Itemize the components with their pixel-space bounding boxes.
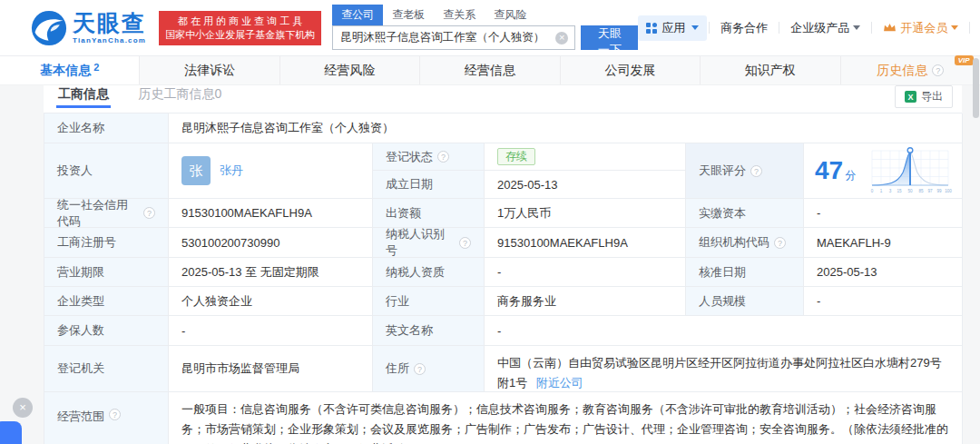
field-value-score: 47 分 [804, 143, 963, 199]
field-label-business-scope: 经营范围 ? [44, 392, 169, 444]
help-icon[interactable]: ? [437, 151, 449, 163]
tab-legal-litigation[interactable]: 法律诉讼 [140, 56, 279, 84]
subtab-business-info[interactable]: 工商信息 [56, 85, 111, 108]
chevron-down-icon [853, 25, 860, 30]
export-button[interactable]: X 导出 [895, 85, 953, 108]
floating-close-button[interactable]: × [13, 398, 33, 418]
tianyancha-logo-icon [31, 10, 67, 46]
svg-text:50: 50 [907, 189, 913, 193]
nav-enterprise-products[interactable]: 企业级产品 [779, 20, 871, 36]
field-value-approval-date: 2025-05-13 [804, 258, 963, 287]
field-value-industry: 商务服务业 [485, 287, 686, 316]
search-button[interactable]: 天眼一下 [581, 25, 638, 50]
field-value-reg-number: 530100200730990 [169, 228, 373, 258]
help-icon[interactable]: ? [750, 165, 762, 177]
search-area: 查公司 查老板 查关系 查风险 × 天眼一下 [332, 6, 638, 50]
help-icon[interactable]: ? [143, 207, 155, 219]
svg-text:97: 97 [927, 189, 933, 193]
search-tabs: 查公司 查老板 查关系 查风险 [332, 6, 638, 25]
field-label-company-name: 企业名称 [44, 113, 169, 143]
search-tab-relation[interactable]: 查关系 [434, 5, 485, 25]
svg-text:15: 15 [897, 189, 902, 193]
investor-link[interactable]: 张丹 [220, 163, 243, 179]
subtab-row: 工商信息 历史工商信息0 X 导出 [44, 85, 962, 113]
slogan-line1: 都 在 用 的 商 业 查 询 工 具 [165, 15, 315, 28]
tab-operation-risk[interactable]: 经营风险 [280, 56, 420, 84]
tianyancha-company-page: 天眼查 TianYanCha.com 都 在 用 的 商 业 查 询 工 具 国… [0, 0, 980, 444]
business-info-table: 企业名称 昆明沐熙子信息咨询工作室（个人独资） 投资人 张 张丹 登记状态 ? … [44, 113, 962, 444]
tab-company-development[interactable]: 公司发展 [561, 56, 701, 84]
field-label-taxpayer-id: 纳税人识别号 ? [373, 228, 485, 258]
svg-text:100: 100 [945, 189, 952, 193]
field-value-company-name: 昆明沐熙子信息咨询工作室（个人独资） [169, 113, 963, 143]
field-value-investor: 张 张丹 [169, 143, 373, 199]
investor-avatar[interactable]: 张 [181, 156, 211, 185]
help-icon[interactable]: ? [109, 409, 121, 420]
field-value-capital: 1万人民币 [485, 199, 686, 228]
field-label-reg-status: 登记状态 ? [373, 143, 485, 171]
logo-domain: TianYanCha.com [73, 37, 146, 44]
nearby-companies-link[interactable]: 附近公司 [536, 376, 583, 390]
apps-grid-icon [646, 23, 657, 34]
help-icon[interactable]: ? [932, 64, 944, 76]
svg-text:1: 1 [880, 189, 883, 193]
field-label-org-code: 组织机构代码 ? [686, 228, 804, 258]
nav-apps[interactable]: 应用 [638, 15, 707, 41]
search-box: × [332, 25, 575, 50]
field-label-taxpayer-quality: 纳税人资质 [373, 258, 485, 287]
svg-text:X: X [907, 93, 913, 102]
brand-slogan: 都 在 用 的 商 业 查 询 工 具 国家中小企业发展子基金旗下机构 [159, 11, 321, 45]
search-tab-company[interactable]: 查公司 [332, 5, 383, 25]
field-label-credit-code: 统一社会信用代码 ? [44, 199, 169, 228]
top-header: 天眼查 TianYanCha.com 都 在 用 的 商 业 查 询 工 具 国… [0, 0, 980, 56]
score-number: 47 [815, 158, 843, 183]
svg-text:85: 85 [918, 189, 924, 193]
header-nav: 应用 商务合作 企业级产品 开通会员 [638, 15, 980, 41]
slogan-line2: 国家中小企业发展子基金旗下机构 [165, 28, 315, 42]
search-tab-boss[interactable]: 查老板 [383, 5, 434, 25]
field-value-reg-status: 存续 [485, 143, 686, 171]
help-icon[interactable]: ? [414, 363, 426, 375]
field-value-address: 中国（云南）自由贸易试验区昆明片区经开区阿拉街道办事处阿拉社区白水塘村279号附… [485, 346, 963, 392]
help-icon[interactable]: ? [459, 237, 471, 249]
tab-operation-info[interactable]: 经营信息 [420, 56, 560, 84]
svg-text:0: 0 [871, 189, 874, 193]
clear-search-icon[interactable]: × [555, 32, 568, 44]
tab-history-info[interactable]: VIP 历史信息 ? [841, 56, 980, 84]
tab-intellectual-property[interactable]: 知识产权 [701, 56, 840, 84]
field-value-company-type: 个人独资企业 [169, 287, 373, 316]
field-label-capital: 出资额 [373, 199, 485, 228]
tianyancha-logo[interactable]: 天眼查 TianYanCha.com [31, 10, 146, 46]
business-info-card: 工商信息 历史工商信息0 X 导出 企业名称 昆明沐熙子信息咨询工作室（个人独资… [44, 85, 962, 444]
field-value-taxpayer-id: 91530100MAEKAFLH9A [485, 228, 686, 258]
field-value-taxpayer-quality: - [485, 258, 686, 287]
field-label-score: 天眼评分 ? [686, 143, 804, 199]
floating-widget[interactable] [0, 421, 22, 444]
excel-icon: X [905, 91, 916, 103]
crown-icon [883, 23, 897, 33]
field-value-business-term: 2025-05-13 至 无固定期限 [169, 258, 373, 287]
tab-basic-info[interactable]: 基本信息 2 [0, 56, 140, 84]
tab-basic-info-count: 2 [93, 62, 99, 73]
field-value-staff-size: - [804, 287, 963, 316]
help-icon[interactable]: ? [774, 237, 786, 249]
field-value-insured-count: - [169, 316, 373, 346]
field-label-english-name: 英文名称 [373, 316, 485, 346]
field-label-business-term: 营业期限 [44, 258, 169, 287]
page-scrollbar[interactable] [973, 58, 979, 118]
field-label-company-type: 企业类型 [44, 287, 169, 316]
subtab-history-business-info[interactable]: 历史工商信息0 [138, 85, 221, 104]
notifications-bell[interactable] [970, 18, 980, 38]
field-label-reg-authority: 登记机关 [44, 346, 169, 392]
field-value-org-code: MAEKAFLH-9 [804, 228, 963, 258]
field-value-reg-authority: 昆明市市场监督管理局 [169, 346, 373, 392]
field-label-paid-capital: 实缴资本 [686, 199, 804, 228]
nav-open-vip[interactable]: 开通会员 [872, 20, 969, 36]
field-value-credit-code: 91530100MAEKAFLH9A [169, 199, 373, 228]
nav-cooperation[interactable]: 商务合作 [710, 20, 779, 36]
search-tab-risk[interactable]: 查风险 [485, 5, 535, 25]
field-value-english-name: - [485, 316, 963, 346]
search-input[interactable] [340, 27, 574, 48]
content-area: 工商信息 历史工商信息0 X 导出 企业名称 昆明沐熙子信息咨询工作室（个人独资… [0, 85, 980, 444]
field-value-establish-date: 2025-05-13 [485, 171, 686, 199]
